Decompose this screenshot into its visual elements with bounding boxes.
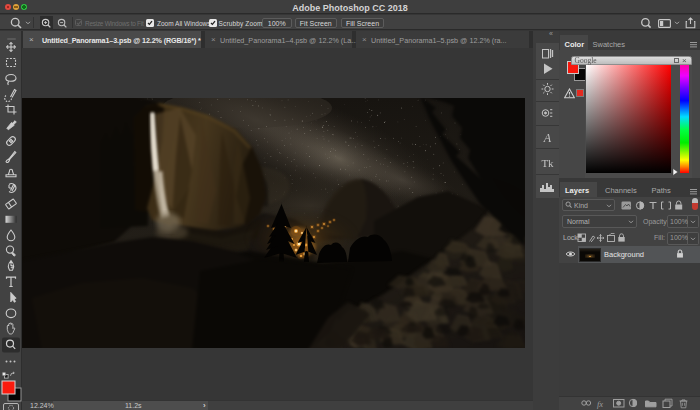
svg-text:Tk: Tk bbox=[541, 156, 554, 168]
svg-text:fx: fx bbox=[597, 399, 603, 409]
svg-text:A: A bbox=[543, 130, 552, 144]
